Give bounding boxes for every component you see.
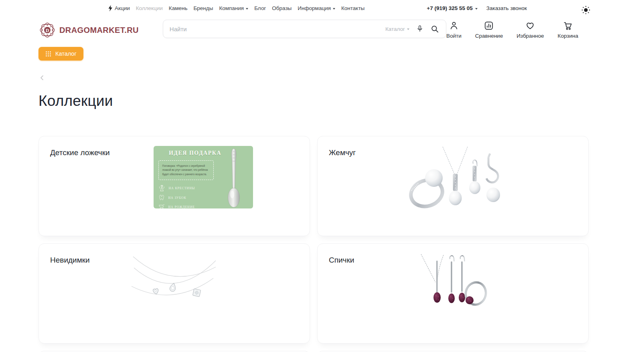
nav-item-label: Компания <box>219 5 244 11</box>
nav-item-contacts[interactable]: Контакты <box>341 5 365 11</box>
invisible-necklaces-image <box>131 253 218 307</box>
gift-idea-promo-image: ИДЕЯ ПОДАРКА Поговорка: «Родился с сереб… <box>154 146 253 208</box>
nav-item-label: Блог <box>254 5 266 11</box>
nav-item-label: Камень <box>169 5 188 11</box>
nav-item-stone[interactable]: Камень <box>169 5 188 11</box>
search-submit-button[interactable] <box>430 24 439 34</box>
action-label: Сравнение <box>475 33 503 39</box>
phone-label: +7 (919) 325 55 05 <box>427 5 472 11</box>
nav-item-collections[interactable]: Коллекции <box>136 5 163 11</box>
topbar-contact-group: +7 (919) 325 55 05 Заказать звонок <box>427 5 527 11</box>
cart-icon <box>563 20 573 31</box>
theme-toggle-button[interactable] <box>581 5 591 15</box>
chevron-down-icon <box>407 28 409 30</box>
compare-button[interactable]: Сравнение <box>475 20 503 39</box>
angel-icon <box>158 185 165 192</box>
site-header: D DRAGOMARKET.RU Каталог <box>38 18 589 39</box>
collection-title: Спички <box>329 256 354 265</box>
collection-card-matches[interactable]: Спички <box>317 243 589 344</box>
nav-item-information[interactable]: Информация <box>298 5 335 11</box>
search-bar: Каталог <box>163 20 446 38</box>
chevron-left-icon <box>38 74 46 81</box>
catalog-button[interactable]: Каталог <box>38 47 83 61</box>
action-label: Избранное <box>516 33 544 39</box>
collection-title: Жемчуг <box>329 148 356 157</box>
nav-item-label: Образы <box>272 5 292 11</box>
collection-title: Невидимки <box>50 256 90 265</box>
action-label: Корзина <box>558 33 578 39</box>
catalog-button-label: Каталог <box>55 51 77 57</box>
collection-card-pearls[interactable]: Жемчуг <box>317 136 589 236</box>
collection-card-baby-spoons[interactable]: Детские ложечки ИДЕЯ ПОДАРКА Поговорка: … <box>38 136 310 236</box>
compare-chart-icon <box>484 20 494 31</box>
stroller-icon <box>158 204 165 208</box>
promo-quote: Поговорка: «Родился с серебряной ложкой … <box>158 160 214 180</box>
page-title: Коллекции <box>38 93 589 109</box>
nav-item-brands[interactable]: Бренды <box>193 5 213 11</box>
top-navigation: Акции Коллекции Камень Бренды Компания Б… <box>107 5 365 12</box>
collection-card-invisible-necklaces[interactable]: Невидимки <box>38 243 310 344</box>
tooth-icon <box>158 194 165 201</box>
nav-item-label: Бренды <box>193 5 213 11</box>
nav-item-blog[interactable]: Блог <box>254 5 266 11</box>
site-logo[interactable]: D DRAGOMARKET.RU <box>38 21 139 39</box>
grid-dots-icon <box>45 51 51 57</box>
nav-item-company[interactable]: Компания <box>219 5 248 11</box>
chevron-down-icon <box>246 8 248 10</box>
nav-item-label: Информация <box>298 5 331 11</box>
collection-title: Детские ложечки <box>50 148 110 157</box>
search-category-select[interactable]: Каталог <box>385 26 409 32</box>
logo-letter: D <box>46 28 49 33</box>
page-content: Коллекции Детские ложечки ИДЕЯ ПОДАРКА П… <box>38 61 589 352</box>
chevron-down-icon <box>475 8 478 10</box>
collections-grid: Детские ложечки ИДЕЯ ПОДАРКА Поговорка: … <box>38 136 589 344</box>
logo-ornament-icon: D <box>38 21 56 39</box>
search-input[interactable] <box>170 26 379 32</box>
request-call-link[interactable]: Заказать звонок <box>486 5 527 11</box>
nav-item-label: Акции <box>115 5 130 11</box>
lightning-icon <box>107 5 113 12</box>
promo-item-label: НА РОЖДЕНИЕ <box>168 205 195 208</box>
favorites-button[interactable]: Избранное <box>516 20 544 39</box>
nav-item-label: Контакты <box>341 5 365 11</box>
search-category-label: Каталог <box>385 26 405 32</box>
cart-button[interactable]: Корзина <box>558 20 578 39</box>
match-set-image <box>419 253 488 316</box>
nav-item-promotions[interactable]: Акции <box>107 5 130 12</box>
heart-icon <box>525 20 535 31</box>
chevron-down-icon <box>333 8 335 10</box>
sun-icon <box>581 5 591 15</box>
voice-search-button[interactable] <box>416 24 424 33</box>
search-icon <box>430 24 439 34</box>
pearl-set-image <box>402 146 504 216</box>
login-button[interactable]: Войти <box>446 20 462 39</box>
header-actions: Войти Сравнение Избранное Корзина <box>446 20 589 39</box>
nav-item-label: Коллекции <box>136 5 163 11</box>
silver-spoon-image <box>225 148 243 208</box>
promo-item-label: НА КРЕСТИНЫ <box>169 186 195 190</box>
nav-item-looks[interactable]: Образы <box>272 5 292 11</box>
phone-number[interactable]: +7 (919) 325 55 05 <box>427 5 477 11</box>
back-button[interactable] <box>38 74 46 81</box>
microphone-icon <box>416 24 424 33</box>
promo-item-label: НА ЗУБОК <box>168 196 186 200</box>
action-label: Войти <box>446 33 462 39</box>
top-utility-bar: Акции Коллекции Камень Бренды Компания Б… <box>0 0 644 15</box>
logo-text: DRAGOMARKET.RU <box>59 26 139 35</box>
user-icon <box>449 20 459 31</box>
